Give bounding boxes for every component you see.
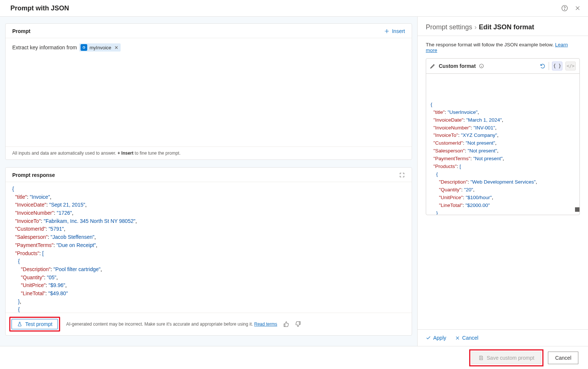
response-section-title: Prompt response (12, 172, 55, 178)
save-icon (478, 355, 484, 360)
read-terms-link[interactable]: Read terms (254, 322, 277, 327)
save-custom-prompt-button[interactable]: Save custom prompt (471, 352, 541, 364)
prompt-card: Prompt Insert Extract key information fr… (5, 23, 412, 160)
chip-label: myInvoice (89, 45, 111, 50)
revert-icon[interactable] (540, 63, 546, 69)
breadcrumb-current: Edit JSON format (479, 23, 534, 31)
flask-icon (17, 322, 22, 327)
prompt-response-card: Prompt response { "title": "Invoice", "I… (5, 167, 412, 336)
code-view-toggle[interactable]: </> (565, 62, 576, 70)
prompt-editor[interactable]: Extract key information from myInvoice ✕ (6, 38, 412, 97)
pen-icon (430, 63, 436, 69)
prompt-section-title: Prompt (12, 28, 30, 34)
chevron-right-icon: › (474, 23, 477, 31)
expand-icon[interactable] (399, 172, 405, 178)
cancel-button[interactable]: Cancel (548, 352, 578, 364)
cancel-settings-button[interactable]: Cancel (455, 335, 478, 341)
custom-format-title: Custom format (439, 63, 476, 69)
check-icon (426, 335, 431, 340)
dialog-footer: Save custom prompt Cancel (0, 346, 588, 369)
highlight-save-prompt: Save custom prompt (469, 349, 543, 366)
main-left-column: Prompt Insert Extract key information fr… (0, 17, 417, 346)
format-description: The response format will follow the JSON… (418, 36, 588, 58)
settings-action-row: Apply Cancel (418, 329, 588, 346)
breadcrumb-parent[interactable]: Prompt settings (426, 23, 472, 31)
resize-handle-icon[interactable] (575, 207, 579, 212)
info-icon[interactable] (479, 63, 484, 69)
dialog-header: Prompt with JSON (0, 0, 588, 17)
custom-format-box: Custom format { } </> { "title": "UserIn… (426, 58, 580, 215)
highlight-test-prompt: Test prompt (9, 317, 60, 332)
insert-button[interactable]: Insert (384, 28, 405, 34)
response-json-output[interactable]: { "title": "Invoice", "InvoiceDate": "Se… (6, 182, 412, 313)
close-icon[interactable] (575, 5, 581, 11)
prompt-hint: All inputs and data are automatically us… (6, 146, 412, 159)
insert-label: Insert (392, 28, 405, 34)
page-title: Prompt with JSON (10, 4, 69, 12)
test-prompt-button[interactable]: Test prompt (12, 319, 58, 329)
help-icon[interactable] (561, 5, 568, 11)
thumbs-up-icon[interactable] (283, 321, 289, 327)
json-view-toggle[interactable]: { } (552, 62, 562, 70)
ai-disclaimer-text: AI-generated content may be incorrect. M… (66, 322, 277, 327)
variable-chip-myinvoice[interactable]: myInvoice ✕ (79, 43, 121, 52)
thumbs-down-icon[interactable] (295, 321, 301, 327)
svg-point-1 (564, 9, 565, 10)
document-icon (81, 44, 87, 51)
prompt-text: Extract key information from (12, 45, 77, 50)
custom-format-editor[interactable]: { "title": "UserInvoice", "InvoiceDate":… (426, 74, 579, 215)
settings-panel: Prompt settings › Edit JSON format The r… (417, 17, 588, 346)
apply-button[interactable]: Apply (426, 335, 446, 341)
breadcrumb: Prompt settings › Edit JSON format (418, 17, 588, 36)
chip-remove-icon[interactable]: ✕ (114, 45, 118, 50)
plus-icon (384, 28, 390, 34)
x-icon (455, 336, 460, 340)
